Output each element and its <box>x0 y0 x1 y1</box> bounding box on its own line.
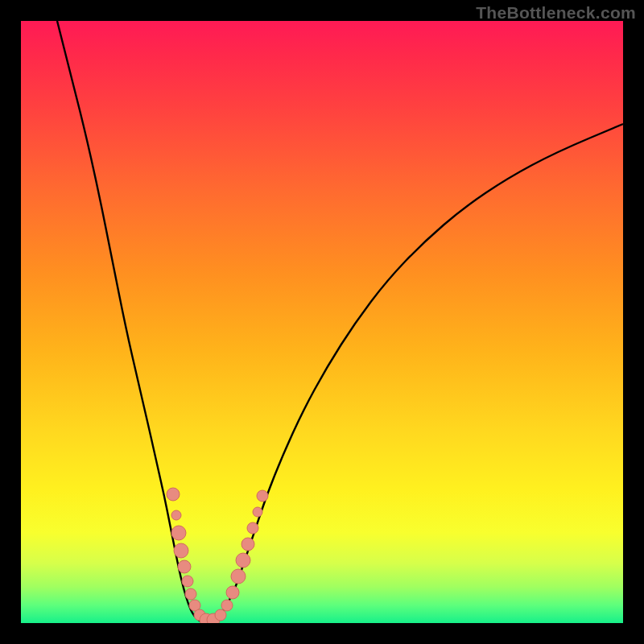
data-marker <box>242 538 254 551</box>
data-marker <box>174 543 188 558</box>
curve-group <box>57 21 623 623</box>
data-marker <box>215 609 226 621</box>
data-marker <box>253 507 262 517</box>
plot-area <box>21 21 623 623</box>
attribution-text: TheBottleneck.com <box>476 3 636 23</box>
data-marker <box>185 588 196 600</box>
data-marker <box>221 600 233 611</box>
data-marker <box>236 553 250 568</box>
data-marker <box>226 586 239 599</box>
data-marker <box>182 576 193 587</box>
data-marker <box>167 488 180 501</box>
chart-frame: TheBottleneck.com <box>0 0 644 644</box>
data-marker <box>257 490 268 502</box>
marker-group <box>167 488 268 623</box>
data-marker <box>247 522 258 534</box>
data-marker <box>171 510 181 520</box>
data-marker <box>231 569 246 584</box>
data-marker <box>171 526 186 540</box>
right-branch-curve <box>206 124 623 623</box>
chart-svg <box>21 21 623 623</box>
data-marker <box>178 560 191 573</box>
